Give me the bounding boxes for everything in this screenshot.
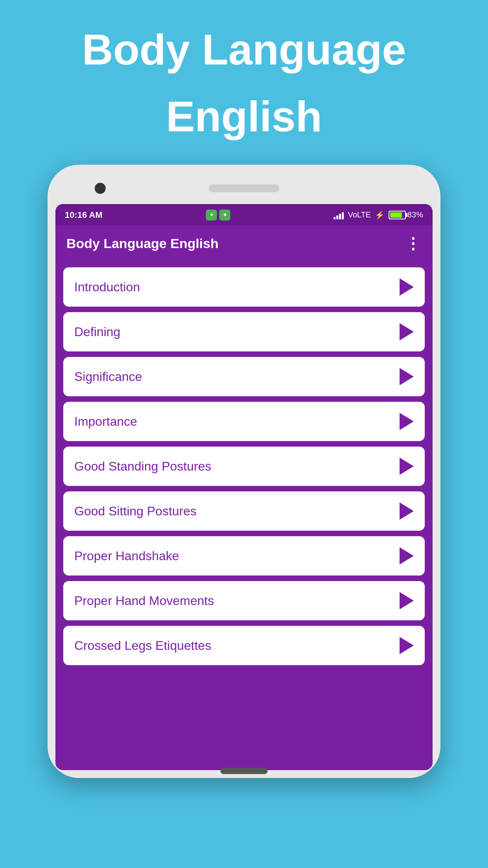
status-bar: 10:16 AM ✦ ✦ VoLTE ⚡ [55, 204, 433, 226]
battery-percent: 83% [407, 210, 423, 219]
menu-list: IntroductionDefiningSignificanceImportan… [55, 261, 433, 770]
status-icons: ✦ ✦ [206, 210, 230, 221]
volte-label: VoLTE [348, 210, 371, 219]
menu-item-arrow-good-sitting-postures [400, 502, 414, 520]
phone-camera [95, 183, 106, 194]
menu-item-proper-handshake[interactable]: Proper Handshake [63, 536, 425, 576]
menu-item-arrow-proper-handshake [400, 547, 414, 565]
app-title: Body Language [82, 24, 406, 75]
menu-item-label-defining: Defining [74, 325, 120, 339]
home-indicator [220, 768, 268, 774]
status-right: VoLTE ⚡ 83% [334, 210, 423, 220]
signal-bars [334, 211, 344, 219]
battery-container: 83% [389, 210, 423, 219]
notification-icon-1: ✦ [206, 210, 217, 221]
menu-item-arrow-crossed-legs-etiquettes [400, 637, 414, 654]
status-time: 10:16 AM [65, 210, 103, 220]
menu-item-arrow-proper-hand-movements [400, 592, 414, 609]
menu-item-good-standing-postures[interactable]: Good Standing Postures [63, 447, 425, 486]
menu-item-label-importance: Importance [74, 414, 137, 429]
menu-item-defining[interactable]: Defining [63, 312, 425, 351]
phone-top [55, 173, 433, 204]
notification-icon-2: ✦ [219, 210, 230, 221]
menu-item-crossed-legs-etiquettes[interactable]: Crossed Legs Etiquettes [63, 626, 425, 665]
menu-item-arrow-significance [400, 368, 414, 385]
menu-item-label-significance: Significance [74, 370, 142, 384]
menu-item-label-good-sitting-postures: Good Sitting Postures [74, 504, 196, 519]
menu-item-proper-hand-movements[interactable]: Proper Hand Movements [63, 581, 425, 620]
phone-screen: 10:16 AM ✦ ✦ VoLTE ⚡ [55, 204, 433, 770]
menu-item-label-introduction: Introduction [74, 280, 140, 294]
app-language: English [166, 91, 322, 141]
menu-item-arrow-introduction [400, 278, 414, 296]
phone-speaker [209, 184, 279, 192]
menu-item-significance[interactable]: Significance [63, 357, 425, 396]
signal-bar-3 [339, 214, 341, 219]
page-header: Body Language English [0, 0, 488, 165]
battery-icon [389, 211, 406, 219]
menu-item-arrow-defining [400, 323, 414, 340]
signal-bar-4 [342, 212, 344, 219]
toolbar-title: Body Language English [66, 236, 218, 251]
menu-item-label-good-standing-postures: Good Standing Postures [74, 459, 211, 474]
menu-item-label-proper-handshake: Proper Handshake [74, 549, 179, 563]
toolbar-menu-button[interactable]: ⋮ [405, 239, 422, 247]
menu-item-label-proper-hand-movements: Proper Hand Movements [74, 594, 214, 608]
battery-fill [390, 212, 402, 218]
signal-bar-2 [336, 215, 338, 219]
app-toolbar: Body Language English ⋮ [55, 226, 433, 261]
menu-item-arrow-good-standing-postures [400, 458, 414, 475]
menu-item-label-crossed-legs-etiquettes: Crossed Legs Etiquettes [74, 638, 211, 653]
menu-item-good-sitting-postures[interactable]: Good Sitting Postures [63, 491, 425, 531]
menu-item-importance[interactable]: Importance [63, 402, 425, 441]
charging-icon: ⚡ [375, 210, 385, 220]
phone-frame: 10:16 AM ✦ ✦ VoLTE ⚡ [48, 165, 440, 778]
signal-bar-1 [334, 217, 336, 219]
menu-item-introduction[interactable]: Introduction [63, 267, 425, 307]
menu-item-arrow-importance [400, 413, 414, 430]
